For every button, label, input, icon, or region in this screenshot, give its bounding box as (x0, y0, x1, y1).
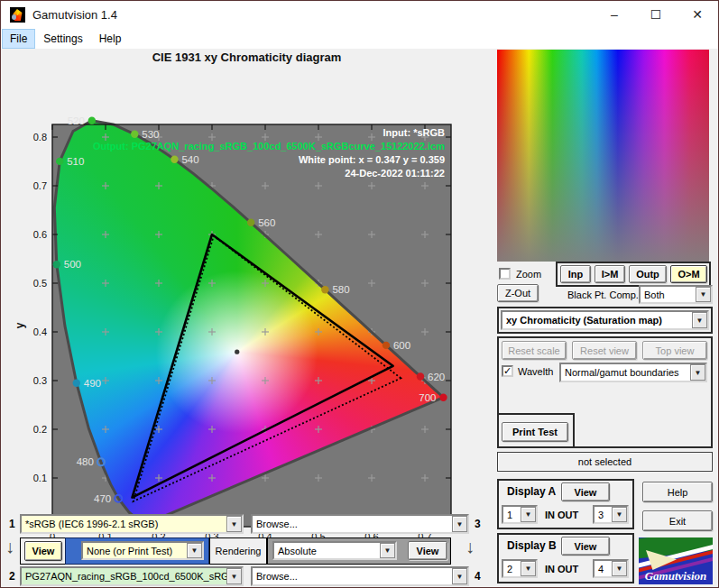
rendering-label: Rendering (216, 546, 262, 556)
output-profile-select[interactable]: PG27AQN_racing_sRGB_100cd_6500K_sRGBc ▼ (20, 566, 244, 586)
black-pt-comp-label: Black Pt. Comp. (567, 289, 639, 300)
svg-text:0.2: 0.2 (33, 424, 47, 435)
rendering-label-box: Rendering (209, 537, 267, 565)
title-bar: Gamutvision 1.4 – ☐ ✕ (1, 1, 718, 29)
chevron-down-icon[interactable]: ▼ (226, 568, 242, 584)
menu-file[interactable]: File (3, 30, 34, 48)
display-a-title: Display A (507, 485, 556, 498)
display-a-out-select[interactable]: 3 ▼ (593, 505, 629, 524)
app-icon (10, 7, 25, 23)
reset-scale-button[interactable]: Reset scale (502, 341, 567, 360)
browse-top-value: Browse... (253, 519, 452, 529)
input-profile-value: *sRGB (IEC6 1996-2.1 sRGB) (22, 519, 226, 529)
svg-text:0.3: 0.3 (33, 375, 47, 386)
slot3-label: 3 (475, 518, 481, 530)
display-b-in-value: 2 (503, 564, 521, 574)
menu-help[interactable]: Help (92, 30, 129, 48)
reset-view-button[interactable]: Reset view (572, 341, 637, 360)
chart-title: CIE 1931 xy Chromaticity diagram (1, 51, 493, 64)
inp-button[interactable]: Inp (560, 265, 591, 283)
down-arrow-icon: ↓ (5, 537, 14, 557)
svg-text:0.4: 0.4 (33, 326, 47, 337)
test-pattern-select[interactable]: None (or Print Test) ▼ (81, 541, 204, 560)
black-pt-comp-select[interactable]: Both ▼ (639, 285, 713, 304)
chevron-down-icon[interactable]: ▼ (226, 516, 242, 532)
display-b-out-select[interactable]: 4 ▼ (593, 559, 629, 578)
hue-saturation-gradient[interactable] (497, 50, 709, 262)
chevron-down-icon[interactable]: ▼ (452, 516, 467, 532)
svg-text:0.7: 0.7 (33, 180, 47, 191)
test-pattern-value: None (or Print Test) (83, 546, 187, 556)
browse-top-select[interactable]: Browse... ▼ (251, 514, 469, 534)
app-window: CIE 1931 xy Chromaticity diagram 00.10.2… (0, 0, 719, 588)
z-out-button[interactable]: Z-Out (497, 284, 539, 302)
view-input-button[interactable]: View (24, 541, 62, 561)
o-to-m-button[interactable]: O>M (670, 265, 707, 283)
view-output-button[interactable]: View (408, 541, 447, 560)
display-b-view-button[interactable]: View (561, 537, 610, 556)
slot1-label: 1 (9, 518, 15, 530)
black-pt-comp-value: Both (641, 289, 696, 300)
chevron-down-icon[interactable]: ▼ (187, 543, 202, 558)
close-button[interactable]: ✕ (677, 1, 718, 29)
display-a-inout-label: IN OUT (545, 510, 578, 520)
rendering-intent-value: Absolute (274, 546, 380, 556)
svg-text:0.5: 0.5 (33, 278, 47, 289)
view-mode-select[interactable]: xy Chromaticity (Saturation map) ▼ (501, 310, 709, 330)
chevron-down-icon[interactable]: ▼ (690, 364, 705, 381)
input-profile-select[interactable]: *sRGB (IEC6 1996-2.1 sRGB) ▼ (20, 514, 244, 534)
svg-text:y: y (14, 322, 26, 328)
menu-settings[interactable]: Settings (36, 30, 89, 48)
zoom-checkbox[interactable] (499, 268, 511, 280)
browse-bottom-select[interactable]: Browse... ▼ (251, 566, 469, 586)
gamutvision-logo: Gamutvision (639, 537, 713, 584)
gamutvision-logo-text: Gamutvision (639, 569, 713, 583)
display-a-in-value: 1 (503, 510, 521, 520)
display-a-view-button[interactable]: View (561, 482, 610, 501)
boundaries-value: Normal/gamut boundaries (561, 367, 690, 378)
output-profile-value: PG27AQN_racing_sRGB_100cd_6500K_sRGBc (22, 571, 226, 582)
outp-button[interactable]: Outp (629, 265, 667, 283)
display-a-out-value: 3 (595, 510, 612, 520)
display-b-out-value: 4 (595, 564, 612, 574)
svg-text:0.6: 0.6 (33, 229, 47, 240)
status-box: not selected (497, 452, 713, 472)
slot4-label: 4 (475, 570, 481, 583)
chevron-down-icon[interactable]: ▼ (696, 287, 711, 302)
svg-text:0.1: 0.1 (33, 473, 47, 483)
boundaries-select[interactable]: Normal/gamut boundaries ▼ (559, 363, 707, 382)
chevron-down-icon[interactable]: ▼ (521, 507, 536, 522)
window-title: Gamutvision 1.4 (32, 8, 117, 22)
maximize-button[interactable]: ☐ (635, 1, 677, 29)
chevron-down-icon[interactable]: ▼ (612, 507, 627, 522)
display-b-inout-label: IN OUT (545, 564, 578, 574)
zoom-checkbox-label: Zoom (516, 269, 541, 280)
view-mode-value: xy Chromaticity (Saturation map) (502, 315, 692, 326)
print-test-button[interactable]: Print Test (502, 422, 568, 442)
down-arrow-icon: ↓ (466, 537, 475, 557)
display-a-in-select[interactable]: 1 ▼ (502, 505, 538, 524)
help-button[interactable]: Help (642, 482, 713, 502)
chevron-down-icon[interactable]: ▼ (521, 561, 536, 576)
exit-button[interactable]: Exit (642, 510, 713, 531)
svg-text:0.8: 0.8 (33, 132, 47, 142)
display-b-title: Display B (507, 539, 557, 552)
chevron-down-icon[interactable]: ▼ (692, 312, 707, 328)
chromaticity-figure: CIE 1931 xy Chromaticity diagram 00.10.2… (1, 49, 492, 512)
slot2-label: 2 (9, 570, 15, 583)
chevron-down-icon[interactable]: ▼ (452, 568, 467, 584)
menu-bar: File Settings Help (1, 29, 718, 49)
chevron-down-icon[interactable]: ▼ (612, 561, 627, 576)
wavelth-checkbox[interactable]: ✓ (502, 365, 513, 377)
rendering-intent-select[interactable]: Absolute ▼ (272, 541, 397, 560)
top-view-button[interactable]: Top view (642, 341, 707, 360)
display-b-in-select[interactable]: 2 ▼ (502, 559, 538, 578)
i-to-m-button[interactable]: I>M (595, 265, 625, 283)
minimize-button[interactable]: – (594, 1, 635, 29)
wavelth-checkbox-label: Wavelth (518, 366, 553, 377)
browse-bottom-value: Browse... (253, 571, 452, 582)
chevron-down-icon[interactable]: ▼ (380, 543, 395, 558)
